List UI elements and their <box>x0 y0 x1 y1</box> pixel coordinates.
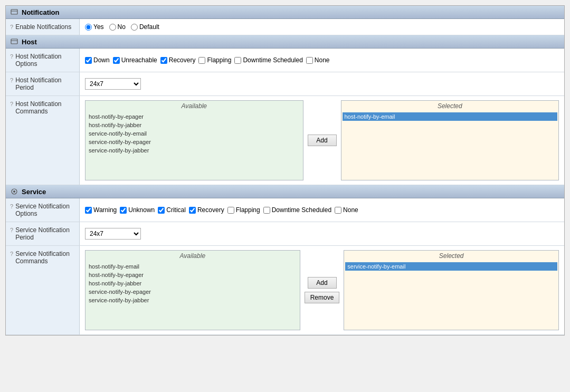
host-opt-none-input[interactable] <box>306 57 313 64</box>
host-dual-list-container: Available host-notify-by-epager host-not… <box>85 100 559 180</box>
service-available-list: Available host-notify-by-email host-noti… <box>85 250 300 330</box>
host-opt-down[interactable]: Down <box>85 56 110 64</box>
list-item[interactable]: service-notify-by-email <box>87 129 302 138</box>
host-opt-downtime-scheduled[interactable]: Downtime Scheduled <box>234 56 302 64</box>
svc-opt-flapping[interactable]: Flapping <box>227 206 260 214</box>
list-item[interactable]: service-notify-by-epager <box>87 138 302 146</box>
list-item[interactable]: host-notify-by-email <box>87 262 299 271</box>
notification-title: Notification <box>22 8 60 16</box>
list-item[interactable]: host-notify-by-epager <box>87 112 302 121</box>
svc-opt-warning[interactable]: Warning <box>85 206 117 214</box>
list-item[interactable]: host-notify-by-jabber <box>87 279 299 288</box>
host-opt-flapping-input[interactable] <box>198 57 205 64</box>
service-available-header: Available <box>86 251 300 261</box>
host-available-header: Available <box>86 101 303 111</box>
host-notification-period-content: 24x7 workhours nonworkhours none <box>80 72 564 95</box>
host-opt-flapping[interactable]: Flapping <box>198 56 231 64</box>
service-section-icon <box>10 187 18 196</box>
host-opt-down-input[interactable] <box>85 57 92 64</box>
host-selected-items[interactable]: host-notify-by-email <box>341 111 559 180</box>
notification-section-header: Notification <box>6 6 564 19</box>
host-period-select[interactable]: 24x7 workhours nonworkhours none <box>85 78 141 90</box>
svc-opt-unknown-input[interactable] <box>120 207 127 214</box>
host-available-items[interactable]: host-notify-by-epager host-notify-by-jab… <box>86 111 303 180</box>
list-item[interactable]: host-notify-by-email <box>343 112 558 121</box>
host-selected-header: Selected <box>341 101 559 111</box>
service-notification-options-row: ? Service Notification Options Warning U… <box>6 198 564 222</box>
service-section-header: Service <box>6 185 564 198</box>
host-notification-commands-content: Available host-notify-by-epager host-not… <box>80 96 564 185</box>
svc-opt-none[interactable]: None <box>335 206 358 214</box>
service-notification-options-content: Warning Unknown Critical Recovery Flappi… <box>80 198 564 222</box>
svc-notif-commands-help[interactable]: ? <box>10 251 13 257</box>
host-notification-options-row: ? Host Notification Options Down Unreach… <box>6 49 564 72</box>
svg-point-5 <box>13 190 15 193</box>
service-notification-commands-label: ? Service Notification Commands <box>6 246 80 334</box>
host-list-buttons: Add <box>308 135 337 146</box>
svc-opt-none-input[interactable] <box>335 207 341 214</box>
svc-opt-warning-input[interactable] <box>85 207 92 214</box>
list-item[interactable]: host-notify-by-jabber <box>87 121 302 129</box>
enable-notifications-help[interactable]: ? <box>10 24 13 30</box>
enable-notifications-content: Yes No Default <box>80 19 564 35</box>
svc-opt-recovery[interactable]: Recovery <box>189 206 224 214</box>
host-notification-commands-row: ? Host Notification Commands Available h… <box>6 96 564 185</box>
service-selected-header: Selected <box>344 251 558 261</box>
svc-opt-flapping-input[interactable] <box>227 207 234 214</box>
host-section-header: Host <box>6 35 564 49</box>
host-selected-list: Selected host-notify-by-email <box>341 100 559 180</box>
host-opt-downtime-input[interactable] <box>234 57 241 64</box>
svc-opt-downtime-scheduled[interactable]: Downtime Scheduled <box>263 206 331 214</box>
host-notif-commands-help[interactable]: ? <box>10 101 13 107</box>
enable-notifications-radio-group: Yes No Default <box>85 23 159 31</box>
radio-no-input[interactable] <box>109 24 116 31</box>
service-notif-options-help[interactable]: ? <box>10 203 13 209</box>
service-notification-options-label: ? Service Notification Options <box>6 198 80 222</box>
host-notification-period-label: ? Host Notification Period <box>6 72 80 95</box>
radio-default-input[interactable] <box>131 24 138 31</box>
service-period-select[interactable]: 24x7 workhours nonworkhours none <box>85 228 141 240</box>
service-available-items[interactable]: host-notify-by-email host-notify-by-epag… <box>86 261 300 330</box>
svc-opt-critical-input[interactable] <box>158 207 165 214</box>
list-item[interactable]: service-notify-by-epager <box>87 288 299 296</box>
host-title: Host <box>22 38 37 46</box>
svc-opt-downtime-input[interactable] <box>263 207 270 214</box>
host-opt-recovery-input[interactable] <box>160 57 167 64</box>
host-opt-recovery[interactable]: Recovery <box>160 56 196 64</box>
radio-no[interactable]: No <box>109 23 126 31</box>
radio-yes[interactable]: Yes <box>85 23 104 31</box>
main-container: Notification ? Enable Notifications Yes … <box>5 5 565 336</box>
host-icon <box>10 37 18 46</box>
service-add-button[interactable]: Add <box>308 277 337 289</box>
service-dual-list-wrapper: Available host-notify-by-email host-noti… <box>85 250 559 330</box>
list-item[interactable]: service-notify-by-jabber <box>87 296 299 304</box>
svc-opt-critical[interactable]: Critical <box>158 206 186 214</box>
host-opt-unreachable[interactable]: Unreachable <box>113 56 157 64</box>
host-notif-period-help[interactable]: ? <box>10 77 13 83</box>
svc-opt-unknown[interactable]: Unknown <box>120 206 155 214</box>
host-opt-unreachable-input[interactable] <box>113 57 120 64</box>
radio-default[interactable]: Default <box>131 23 159 31</box>
service-selected-items[interactable]: service-notify-by-email <box>344 261 558 330</box>
service-dual-list-container: Available host-notify-by-email host-noti… <box>85 250 559 330</box>
enable-notifications-row: ? Enable Notifications Yes No Default <box>6 19 564 35</box>
service-title: Service <box>22 188 46 196</box>
service-notification-commands-content: Available host-notify-by-email host-noti… <box>80 246 564 334</box>
enable-notifications-label: ? Enable Notifications <box>6 19 80 35</box>
radio-yes-input[interactable] <box>85 24 92 31</box>
list-item[interactable]: service-notify-by-email <box>345 262 557 271</box>
host-dual-list-wrapper: Available host-notify-by-epager host-not… <box>85 100 559 180</box>
host-add-button[interactable]: Add <box>308 135 337 146</box>
svc-opt-recovery-input[interactable] <box>189 207 196 214</box>
service-notification-commands-row: ? Service Notification Commands Availabl… <box>6 246 564 335</box>
host-notif-options-help[interactable]: ? <box>10 53 13 60</box>
service-remove-button[interactable]: Remove <box>305 292 340 303</box>
host-available-list: Available host-notify-by-epager host-not… <box>85 100 303 180</box>
host-opt-none[interactable]: None <box>306 56 330 64</box>
host-notification-commands-label: ? Host Notification Commands <box>6 96 80 185</box>
list-item[interactable]: host-notify-by-epager <box>87 271 299 279</box>
list-item[interactable]: service-notify-by-jabber <box>87 146 302 155</box>
service-list-buttons: Add Remove <box>305 277 340 303</box>
svc-notif-period-help[interactable]: ? <box>10 227 13 233</box>
host-notification-options-content: Down Unreachable Recovery Flapping Downt… <box>80 49 564 72</box>
